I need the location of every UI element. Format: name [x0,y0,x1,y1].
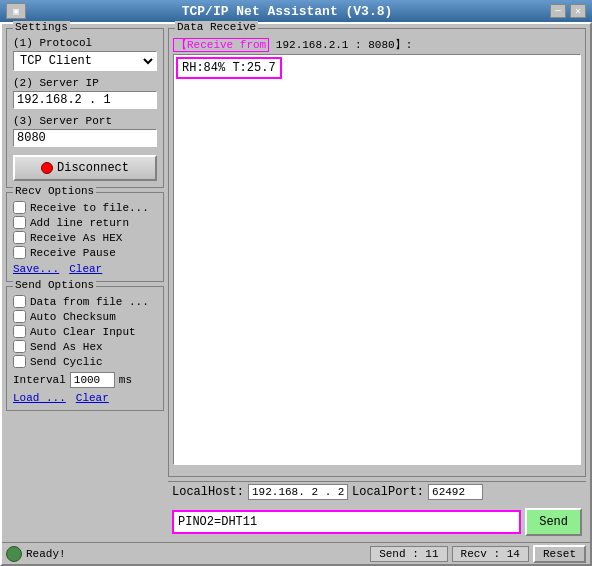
send-as-hex-checkbox[interactable] [13,340,26,353]
status-icon [6,546,22,562]
recv-as-hex-label: Receive As HEX [30,232,122,244]
localport-label: LocalPort: [352,485,424,499]
send-cyclic-checkbox[interactable] [13,355,26,368]
title-bar: ▣ TCP/IP Net Assistant (V3.8) ─ ✕ [0,0,592,22]
send-clear-button[interactable]: Clear [76,392,109,404]
send-cyclic-row: Send Cyclic [13,355,157,368]
settings-title: Settings [13,21,70,33]
data-receive-title: Data Receive [175,21,258,33]
interval-input[interactable] [70,372,115,388]
auto-clear-input-label: Auto Clear Input [30,326,136,338]
status-text: Ready! [26,548,366,560]
close-button[interactable]: ✕ [570,4,586,18]
bottom-bar: LocalHost: LocalPort: [168,481,586,502]
status-bar: Ready! Send : 11 Recv : 14 Reset [2,542,590,564]
data-from-file-row: Data from file ... [13,295,157,308]
send-button[interactable]: Send [525,508,582,536]
interval-label: Interval [13,374,66,386]
auto-checksum-row: Auto Checksum [13,310,157,323]
main-window: Settings (1) Protocol TCP Client TCP Ser… [0,22,592,566]
server-port-label: (3) Server Port [13,115,157,127]
server-port-input[interactable] [13,129,157,147]
add-line-return-checkbox[interactable] [13,216,26,229]
reset-button[interactable]: Reset [533,545,586,563]
send-options-title: Send Options [13,279,96,291]
localhost-label: LocalHost: [172,485,244,499]
recv-save-button[interactable]: Save... [13,263,59,275]
auto-clear-input-checkbox[interactable] [13,325,26,338]
receive-data-text: RH:84% T:25.7 [182,61,276,75]
recv-as-hex-checkbox[interactable] [13,231,26,244]
app-icon: ▣ [6,3,26,19]
send-as-hex-row: Send As Hex [13,340,157,353]
add-line-return-row: Add line return [13,216,157,229]
recv-options-title: Recv Options [13,185,96,197]
send-load-button[interactable]: Load ... [13,392,66,404]
settings-group: Settings (1) Protocol TCP Client TCP Ser… [6,28,164,188]
data-receive-group: Data Receive 【Receive from 192.168.2.1 :… [168,28,586,477]
recv-options-group: Recv Options Receive to file... Add line… [6,192,164,282]
title-bar-text: TCP/IP Net Assistant (V3.8) [26,4,548,19]
receive-from-header: 【Receive from 192.168.2.1 : 8080】: [173,38,412,52]
disconnect-button[interactable]: Disconnect [13,155,157,181]
recv-to-file-row: Receive to file... [13,201,157,214]
auto-checksum-label: Auto Checksum [30,311,116,323]
left-panel: Settings (1) Protocol TCP Client TCP Ser… [6,28,164,538]
server-ip-input[interactable] [13,91,157,109]
recv-to-file-checkbox[interactable] [13,201,26,214]
recv-to-file-label: Receive to file... [30,202,149,214]
protocol-select[interactable]: TCP Client TCP Server UDP Client UDP Ser… [13,51,157,71]
localhost-input[interactable] [248,484,348,500]
connection-indicator [41,162,53,174]
recv-pause-row: Receive Pause [13,246,157,259]
auto-clear-input-row: Auto Clear Input [13,325,157,338]
receive-content-area: RH:84% T:25.7 [173,54,581,465]
interval-unit: ms [119,374,132,386]
auto-checksum-checkbox[interactable] [13,310,26,323]
send-as-hex-label: Send As Hex [30,341,103,353]
minimize-button[interactable]: ─ [550,4,566,18]
right-panel: Data Receive 【Receive from 192.168.2.1 :… [168,28,586,538]
send-options-group: Send Options Data from file ... Auto Che… [6,286,164,411]
receive-address: 192.168.2.1 : 8080】: [276,39,412,51]
protocol-label: (1) Protocol [13,37,157,49]
recv-as-hex-row: Receive As HEX [13,231,157,244]
recv-count: Recv : 14 [452,546,529,562]
send-input[interactable] [172,510,521,534]
server-ip-label: (2) Server IP [13,77,157,89]
recv-pause-label: Receive Pause [30,247,116,259]
add-line-return-label: Add line return [30,217,129,229]
recv-clear-button[interactable]: Clear [69,263,102,275]
send-count: Send : 11 [370,546,447,562]
send-cyclic-label: Send Cyclic [30,356,103,368]
data-from-file-label: Data from file ... [30,296,149,308]
receive-data-box: RH:84% T:25.7 [176,57,282,79]
localport-input[interactable] [428,484,483,500]
send-area: Send [168,506,586,538]
data-from-file-checkbox[interactable] [13,295,26,308]
recv-pause-checkbox[interactable] [13,246,26,259]
